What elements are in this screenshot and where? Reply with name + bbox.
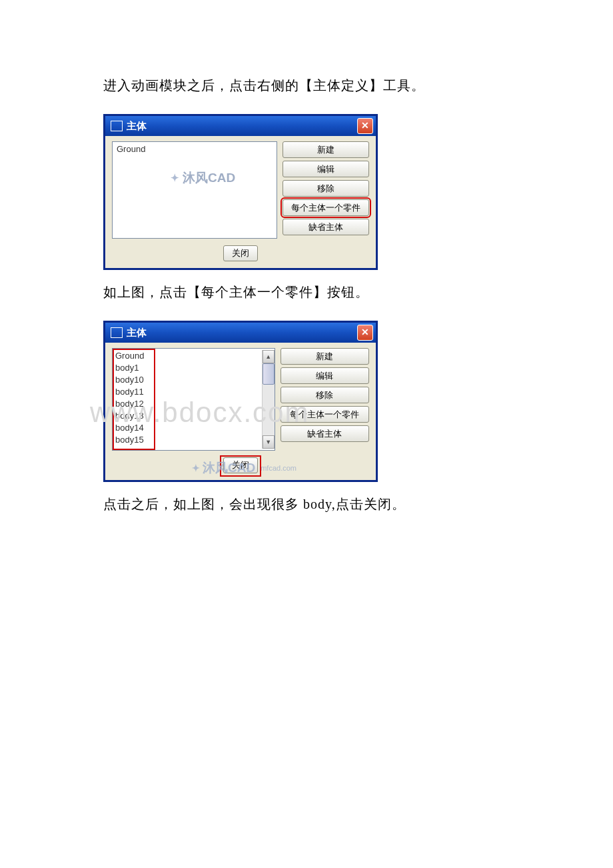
titlebar[interactable]: 主体 ✕ xyxy=(105,323,376,343)
window-title: 主体 xyxy=(127,120,357,133)
new-button[interactable]: 新建 xyxy=(283,141,369,158)
close-button[interactable]: 关闭 xyxy=(223,245,258,261)
edit-button[interactable]: 编辑 xyxy=(283,161,369,177)
list-item[interactable]: body10 xyxy=(115,374,153,386)
list-item[interactable]: body12 xyxy=(115,398,153,410)
close-icon[interactable]: ✕ xyxy=(357,118,373,134)
subject-listbox[interactable]: Ground body1 body10 body11 body12 body13… xyxy=(112,348,275,451)
paragraph-2: 如上图，点击【每个主体一个零件】按钮。 xyxy=(103,280,513,304)
new-button[interactable]: 新建 xyxy=(281,348,369,365)
scroll-up-icon[interactable]: ▲ xyxy=(263,350,275,363)
list-item[interactable]: Ground xyxy=(117,143,273,155)
one-part-per-subject-button[interactable]: 每个主体一个零件 xyxy=(283,199,369,216)
dialog-subject-2: 主体 ✕ Ground body1 body10 body11 body12 b… xyxy=(103,321,378,482)
list-item[interactable]: body1 xyxy=(115,362,153,374)
paragraph-3: 点击之后，如上图，会出现很多 body,点击关闭。 xyxy=(103,492,513,516)
list-item[interactable]: body14 xyxy=(115,422,153,434)
default-subject-button[interactable]: 缺省主体 xyxy=(283,219,369,235)
list-item[interactable]: Ground xyxy=(115,350,153,362)
close-icon[interactable]: ✕ xyxy=(357,325,373,341)
dialog-subject-1: 主体 ✕ Ground 新建 编辑 移除 每个主体一个零件 缺省主体 沐风CAD xyxy=(103,114,378,270)
subject-listbox[interactable]: Ground xyxy=(112,141,277,239)
window-icon xyxy=(111,121,123,131)
paragraph-1: 进入动画模块之后，点击右侧的【主体定义】工具。 xyxy=(103,73,513,97)
window-title: 主体 xyxy=(127,327,357,339)
remove-button[interactable]: 移除 xyxy=(281,387,369,403)
scroll-down-icon[interactable]: ▼ xyxy=(263,435,275,449)
one-part-per-subject-button[interactable]: 每个主体一个零件 xyxy=(281,406,369,423)
close-button[interactable]: 关闭 xyxy=(223,457,258,473)
list-item[interactable]: body15 xyxy=(115,434,153,446)
list-item[interactable]: body11 xyxy=(115,386,153,398)
default-subject-button[interactable]: 缺省主体 xyxy=(281,425,369,442)
titlebar[interactable]: 主体 ✕ xyxy=(105,116,376,136)
scrollbar[interactable]: ▲ ▼ xyxy=(262,350,275,449)
remove-button[interactable]: 移除 xyxy=(283,180,369,197)
edit-button[interactable]: 编辑 xyxy=(281,367,369,384)
window-icon xyxy=(111,327,123,338)
list-item[interactable]: body13 xyxy=(115,410,153,422)
scroll-thumb[interactable] xyxy=(263,363,275,385)
